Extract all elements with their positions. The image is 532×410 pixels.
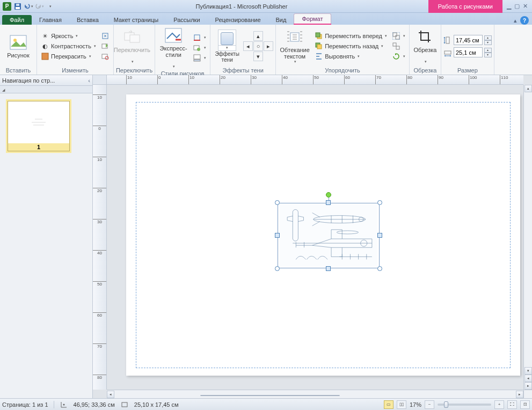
save-button[interactable]	[13, 2, 23, 11]
publication-page[interactable]	[126, 94, 520, 376]
nudge-center[interactable]: ○	[253, 41, 263, 51]
zoom-in-button[interactable]: +	[494, 400, 504, 409]
quick-styles-button[interactable]: Экспресс-стили▾	[157, 26, 190, 70]
undo-button[interactable]: ▾	[24, 2, 33, 11]
redo-button[interactable]: ▾	[34, 2, 44, 11]
handle-s[interactable]	[326, 266, 331, 271]
contrast-button[interactable]: ◐Контрастность▾	[39, 41, 98, 51]
brightness-button[interactable]: ☀Яркость▾	[39, 31, 98, 41]
scroll-thumb[interactable]	[200, 395, 340, 396]
ungroup-button[interactable]	[390, 41, 407, 51]
width-field[interactable]	[454, 47, 483, 57]
status-page[interactable]: Страница: 1 из 1	[2, 401, 48, 408]
caption-button[interactable]: ▾	[191, 53, 208, 63]
handle-se[interactable]	[377, 266, 382, 271]
compress-button[interactable]	[99, 31, 111, 41]
show-page-button[interactable]: ⊡	[520, 400, 530, 409]
handle-w[interactable]	[275, 233, 280, 238]
whole-page-button[interactable]: ⛶	[507, 400, 517, 409]
svg-rect-3	[10, 35, 26, 49]
close-icon[interactable]: ✕	[523, 3, 528, 10]
group-button[interactable]: ▾	[390, 31, 407, 41]
tab-insert[interactable]: Вставка	[69, 15, 106, 25]
zoom-out-button[interactable]: −	[425, 400, 434, 409]
minimize-ribbon-icon[interactable]: ▴	[514, 17, 517, 24]
selected-picture[interactable]	[278, 203, 380, 268]
nudge-down[interactable]: ▾	[253, 52, 263, 61]
reset-button[interactable]	[99, 52, 111, 61]
ungroup-icon	[392, 42, 400, 50]
tab-mailings[interactable]: Рассылки	[166, 15, 207, 25]
page-thumbnail[interactable]: 1	[8, 101, 70, 151]
svg-rect-17	[194, 55, 200, 59]
scroll-down[interactable]: ▾	[524, 367, 532, 375]
contrast-icon: ◐	[41, 42, 49, 50]
height-up[interactable]: ▴	[484, 35, 492, 40]
ruler-corner[interactable]	[93, 75, 107, 85]
width-input[interactable]: ▴▾	[443, 47, 492, 57]
nudge-up[interactable]: ▴	[253, 31, 263, 41]
width-down[interactable]: ▾	[484, 53, 492, 57]
rotation-handle[interactable]	[326, 192, 331, 197]
handle-ne[interactable]	[377, 200, 382, 205]
svg-rect-23	[317, 45, 322, 49]
nudge-right[interactable]: ▸	[264, 41, 273, 51]
tab-page-design[interactable]: Макет страницы	[106, 15, 166, 25]
tab-home[interactable]: Главная	[32, 15, 69, 25]
vertical-ruler[interactable]: 1001020304050607080	[93, 85, 107, 390]
height-icon	[443, 36, 452, 45]
handle-e[interactable]	[377, 233, 382, 238]
ribbon: Рисунок Вставить ☀Яркость▾ ◐Контрастност…	[0, 25, 532, 75]
single-page-view[interactable]: ▭	[384, 400, 393, 409]
zoom-level[interactable]: 17%	[410, 401, 421, 408]
shadow-effects-button[interactable]: ▾ Эффекты тени	[213, 28, 242, 64]
change-button[interactable]	[99, 41, 111, 51]
height-field[interactable]	[454, 35, 483, 45]
qat-customize[interactable]: ▾	[45, 2, 55, 11]
tab-review[interactable]: Рецензирование	[208, 15, 268, 25]
scroll-right[interactable]: ▸	[516, 391, 523, 398]
horizontal-ruler[interactable]: 100102030405060708090100110120	[107, 75, 523, 85]
zoom-slider[interactable]	[438, 404, 491, 406]
bring-forward-button[interactable]: Переместить вперед▾	[313, 31, 389, 41]
picture-button[interactable]: Рисунок	[2, 33, 34, 60]
rotate-button[interactable]: ▾	[390, 52, 407, 61]
vertical-scrollbar[interactable]: ▴ ▾ ◂ ▸	[523, 85, 532, 390]
border-button[interactable]: ▾	[191, 33, 208, 42]
handle-nw[interactable]	[275, 200, 280, 205]
prev-page[interactable]: ◂	[524, 375, 532, 382]
shadow-gallery[interactable]: ▾	[218, 30, 236, 51]
send-backward-button[interactable]: Переместить назад▾	[313, 41, 389, 51]
handle-sw[interactable]	[275, 266, 280, 271]
two-page-view[interactable]: ▯▯	[397, 400, 406, 409]
height-down[interactable]: ▾	[484, 40, 492, 45]
align-button[interactable]: Выровнять▾	[313, 52, 389, 61]
help-icon[interactable]: ?	[520, 16, 529, 25]
svg-rect-24	[393, 33, 397, 36]
svg-rect-2	[16, 4, 19, 6]
horizontal-scrollbar[interactable]: ◂ ▸	[107, 390, 523, 398]
shape-button[interactable]: ▾	[191, 43, 208, 53]
maximize-icon[interactable]: ▢	[514, 3, 520, 10]
tab-view[interactable]: Вид	[268, 15, 294, 25]
tab-format[interactable]: Формат	[294, 13, 331, 24]
svg-rect-1	[16, 7, 20, 9]
collapse-pane-icon[interactable]: ‹	[88, 77, 90, 84]
app-icon[interactable]: P	[2, 2, 12, 11]
handle-n[interactable]	[326, 200, 331, 205]
svg-rect-30	[444, 51, 451, 54]
minimize-icon[interactable]: ▁	[507, 3, 511, 10]
recolor-button[interactable]: Перекрасить▾	[39, 52, 98, 61]
width-up[interactable]: ▴	[484, 48, 492, 53]
tab-file[interactable]: Файл	[2, 15, 32, 25]
wrap-text-button[interactable]: Обтекание текстом▾	[278, 27, 311, 65]
zoom-knob[interactable]	[444, 401, 448, 408]
height-input[interactable]: ▴▾	[443, 35, 492, 45]
viewport[interactable]	[107, 85, 523, 390]
crop-button[interactable]: Обрезка▾	[412, 27, 439, 65]
shadow-nudge: ▴ ◂ ○ ▸ ▾	[243, 31, 273, 61]
scroll-up[interactable]: ▴	[524, 85, 532, 92]
scroll-left[interactable]: ◂	[107, 391, 114, 398]
nudge-left[interactable]: ◂	[243, 41, 253, 51]
next-page[interactable]: ▸	[524, 382, 532, 390]
